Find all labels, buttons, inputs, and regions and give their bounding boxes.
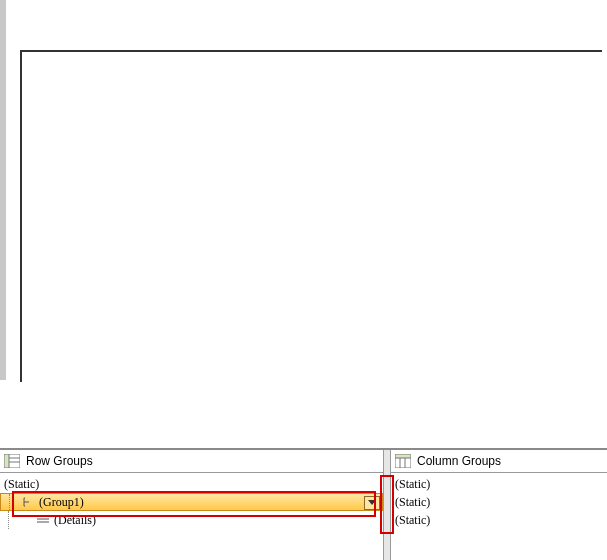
column-groups-label: Column Groups [417,454,501,468]
row-groups-panel: Row Groups (Static) (Group1) (Details) [0,450,383,560]
svg-rect-8 [395,454,411,458]
row-group-details[interactable]: (Details) [0,511,383,529]
report-body [20,50,602,382]
column-group-static-1[interactable]: (Static) [391,475,607,493]
groups-pane-splitter[interactable] [383,450,391,560]
group-dropdown-button[interactable] [364,496,380,510]
group-bracket-icon [21,496,35,508]
column-groups-icon [395,454,411,468]
column-group-static-3[interactable]: (Static) [391,511,607,529]
svg-rect-1 [4,454,9,468]
row-groups-label: Row Groups [26,454,93,468]
details-rows-icon [36,514,50,526]
column-group-static-2[interactable]: (Static) [391,493,607,511]
row-group-static[interactable]: (Static) [0,475,383,493]
vertical-ruler-gutter-inner [6,0,14,380]
column-groups-panel: Column Groups (Static) (Static) (Static) [391,450,607,560]
row-groups-icon [4,454,20,468]
groups-pane: Row Groups (Static) (Group1) (Details) [0,448,607,560]
row-group-group1[interactable]: (Group1) [0,493,383,511]
